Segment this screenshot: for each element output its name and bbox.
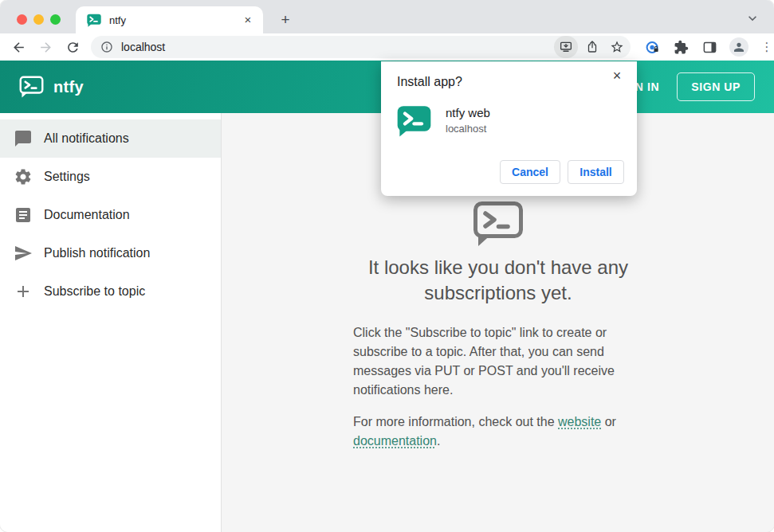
sidebar-item-label: All notifications [44,131,129,146]
sidebar: All notifications Settings Documentation… [0,113,222,532]
browser-toolbar: localhost [0,33,774,61]
install-app-dialog: Install app? × ntfy web localhost Cancel… [381,61,637,196]
url-text[interactable]: localhost [121,41,550,53]
tab-strip: ntfy × + [0,0,774,33]
dialog-app-meta: ntfy web localhost [446,105,490,135]
new-tab-button[interactable]: + [276,10,295,29]
site-info-icon[interactable] [100,41,113,53]
sidebar-item-publish-notification[interactable]: Publish notification [0,234,221,272]
minimize-window-button[interactable] [33,14,44,25]
sidebar-item-label: Publish notification [44,246,150,260]
paragraph2-suffix: . [437,434,440,448]
reload-icon[interactable] [63,37,82,57]
paragraph2-middle: or [601,415,616,428]
extensions-puzzle-icon[interactable] [672,38,690,56]
ntfy-logo-icon [19,76,44,98]
send-icon [14,244,33,263]
ntfy-favicon [87,14,101,27]
gear-icon [14,167,33,186]
sign-up-button[interactable]: SIGN UP [677,72,755,101]
ntfy-app-icon [397,105,431,137]
dialog-buttons: Cancel Install [500,160,624,184]
extension-area: ⋮ [643,37,774,57]
install-app-icon[interactable] [554,36,578,58]
website-link[interactable]: website [558,415,601,428]
side-panel-icon[interactable] [701,38,718,56]
back-icon[interactable] [9,37,28,57]
forward-icon[interactable] [36,37,55,57]
sidebar-item-label: Subscribe to topic [44,284,145,299]
dialog-close-icon[interactable]: × [608,67,626,84]
tab-search-chevron-icon[interactable] [745,10,760,26]
documentation-link[interactable]: documentation [353,434,437,448]
chat-icon [14,129,33,148]
sidebar-item-all-notifications[interactable]: All notifications [0,119,221,158]
browser-tab-ntfy[interactable]: ntfy × [76,6,263,33]
sidebar-item-label: Settings [44,170,90,184]
tab-close-icon[interactable]: × [241,13,255,27]
sidebar-item-subscribe-to-topic[interactable]: Subscribe to topic [0,272,221,311]
browser-window: ntfy × + localhost [0,0,774,532]
bookmark-star-icon[interactable] [607,37,627,57]
dialog-title: Install app? [397,75,462,89]
sidebar-item-documentation[interactable]: Documentation [0,196,221,234]
dialog-app-name: ntfy web [446,106,490,119]
browser-menu-icon[interactable]: ⋮ [760,40,774,54]
password-manager-icon[interactable] [643,38,661,56]
share-icon[interactable] [582,37,603,57]
sidebar-item-settings[interactable]: Settings [0,158,221,196]
tab-title: ntfy [109,14,241,26]
app-title: ntfy [53,78,84,96]
empty-state-paragraph: Click the "Subscribe to topic" link to c… [353,323,643,400]
empty-state-links-paragraph: For more information, check out the webs… [353,413,643,451]
url-bar[interactable]: localhost [91,36,631,58]
sidebar-item-label: Documentation [44,208,130,222]
article-icon [14,205,33,225]
maximize-window-button[interactable] [50,14,61,25]
paragraph2-prefix: For more information, check out the [353,415,558,428]
install-button[interactable]: Install [568,160,624,184]
dialog-app-origin: localhost [446,123,490,135]
cancel-button[interactable]: Cancel [500,160,560,184]
close-window-button[interactable] [17,14,27,25]
plus-icon [14,282,33,301]
ntfy-watermark-icon [473,201,524,247]
empty-state-title: It looks like you don't have any subscri… [353,255,643,306]
profile-avatar[interactable] [729,37,748,57]
dialog-app-row: ntfy web localhost [397,105,490,137]
